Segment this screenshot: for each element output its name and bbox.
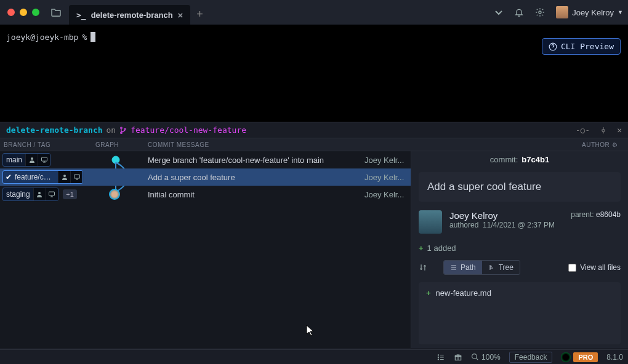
- added-count: 1 added: [427, 243, 456, 253]
- new-tab-button[interactable]: +: [196, 8, 203, 21]
- monitor-icon: [38, 154, 50, 166]
- author-name: Joey Kelroy: [449, 210, 563, 221]
- repo-bar: delete-remote-branch on feature/cool-new…: [0, 122, 628, 138]
- file-row[interactable]: + new-feature.md: [426, 288, 613, 298]
- window-controls: [7, 9, 39, 16]
- cli-preview-label: CLI Preview: [561, 42, 614, 51]
- check-icon: ✔: [3, 173, 12, 181]
- list-icon: [450, 264, 457, 271]
- svg-point-8: [63, 175, 66, 177]
- close-tab-icon[interactable]: ×: [178, 10, 183, 20]
- feedback-label: Feedback: [515, 353, 547, 362]
- path-label: Path: [461, 263, 476, 272]
- tree-view-button[interactable]: Tree: [482, 261, 520, 274]
- version-label[interactable]: 8.1.0: [606, 353, 623, 362]
- header-branch[interactable]: BRANCH / TAG: [0, 141, 89, 148]
- monitor-icon: [70, 171, 83, 183]
- folder-icon[interactable]: [50, 8, 62, 17]
- caret-down-icon: ▼: [618, 9, 623, 15]
- svg-point-12: [438, 354, 438, 355]
- commit-row[interactable]: staging +1 Initial commit Joey Kelr...: [0, 186, 411, 203]
- path-view-button[interactable]: Path: [444, 261, 482, 274]
- sort-icon[interactable]: [419, 263, 427, 272]
- feedback-button[interactable]: Feedback: [509, 352, 553, 363]
- svg-rect-7: [41, 157, 47, 161]
- maximize-window-icon[interactable]: [32, 9, 39, 16]
- bell-icon[interactable]: [514, 7, 524, 17]
- prompt-sep: %: [82, 33, 87, 42]
- svg-point-14: [438, 358, 438, 359]
- user-name-label: Joey Kelroy: [572, 8, 614, 17]
- avatar-icon: [25, 154, 38, 166]
- gear-icon[interactable]: [535, 7, 545, 17]
- header-graph[interactable]: GRAPH: [89, 141, 142, 148]
- cli-preview-button[interactable]: CLI Preview: [542, 38, 621, 55]
- svg-point-0: [539, 11, 541, 14]
- pin-icon[interactable]: [600, 127, 607, 134]
- monitor-icon: [46, 188, 58, 200]
- commit-author: Joey Kelr...: [364, 190, 411, 199]
- view-all-files-toggle[interactable]: View all files: [568, 263, 621, 272]
- svg-point-2: [121, 127, 123, 129]
- search-icon: [471, 353, 479, 361]
- commit-message: Merge branch 'feature/cool-new-feature' …: [142, 156, 364, 165]
- view-all-label: View all files: [580, 263, 621, 272]
- checkbox[interactable]: [568, 264, 576, 272]
- view-toggle: Path Tree: [443, 260, 520, 275]
- avatar: [556, 6, 568, 18]
- commit-label: commit:: [490, 155, 518, 164]
- branch-label: feature/cool...: [12, 173, 58, 181]
- branch-label: main: [3, 156, 25, 164]
- chevron-down-icon[interactable]: [494, 8, 503, 17]
- repo-name: delete-remote-branch: [6, 125, 103, 135]
- author-avatar: [419, 210, 442, 234]
- file-toolbar: Path Tree View all files: [411, 256, 628, 279]
- help-icon: [549, 42, 557, 51]
- status-bar: 100% Feedback PRO 8.1.0: [0, 349, 628, 364]
- list-icon[interactable]: [437, 353, 445, 362]
- title-bar: >_ delete-remote-branch × + Joey Kelroy …: [0, 0, 628, 25]
- branch-label: staging: [3, 190, 33, 199]
- header-author[interactable]: AUTHOR ⚙: [582, 141, 628, 148]
- svg-point-4: [124, 128, 126, 130]
- commit-message: Add a super cool feature: [142, 173, 364, 182]
- commit-graph-pane: main Merge branch 'feature/cool-new-feat…: [0, 151, 411, 348]
- file-list: + new-feature.md: [419, 282, 621, 344]
- svg-rect-11: [49, 192, 55, 196]
- pro-badge: PRO: [573, 352, 598, 362]
- terminal-panel[interactable]: joeyk@joeyk-mbp % CLI Preview: [0, 25, 628, 122]
- commit-author: Joey Kelr...: [364, 156, 411, 165]
- branch-pill-feature[interactable]: ✔ feature/cool...: [2, 170, 83, 184]
- svg-point-16: [472, 354, 477, 359]
- svg-point-10: [38, 192, 41, 194]
- commit-message: Initial commit: [142, 190, 364, 199]
- commit-title-input[interactable]: Add a super cool feature: [419, 172, 621, 202]
- author-date: authored 11/4/2021 @ 2:37 PM: [449, 221, 563, 229]
- parent-commit[interactable]: parent: e8604b: [571, 210, 621, 234]
- minimize-window-icon[interactable]: [20, 9, 27, 16]
- branch-name: feature/cool-new-feature: [131, 125, 246, 135]
- file-name: new-feature.md: [436, 288, 491, 298]
- pro-icon: [561, 352, 571, 362]
- commit-author: Joey Kelr...: [364, 173, 411, 182]
- header-message[interactable]: COMMIT MESSAGE: [142, 141, 582, 148]
- branch-pill-main[interactable]: main: [2, 153, 50, 167]
- close-window-icon[interactable]: [7, 9, 15, 16]
- target-icon[interactable]: -○-: [576, 125, 590, 135]
- commit-row[interactable]: ✔ feature/cool... Add a super cool featu…: [0, 168, 411, 186]
- svg-point-3: [121, 132, 123, 133]
- zoom-control[interactable]: 100%: [471, 353, 501, 362]
- close-panel-icon[interactable]: ✕: [617, 125, 622, 135]
- commit-hash-row: commit: b7c4b1: [411, 151, 628, 167]
- terminal-prompt: joeyk@joeyk-mbp %: [6, 32, 622, 42]
- branch-extra-badge[interactable]: +1: [63, 189, 77, 199]
- branch-pill-staging[interactable]: staging: [2, 188, 58, 201]
- commit-details-pane: commit: b7c4b1 Add a super cool feature …: [411, 151, 628, 348]
- user-menu[interactable]: Joey Kelroy ▼: [556, 6, 623, 18]
- tab-terminal[interactable]: >_ delete-remote-branch ×: [69, 5, 190, 25]
- gift-icon[interactable]: [454, 353, 462, 362]
- pro-badge-group[interactable]: PRO: [561, 352, 598, 362]
- commit-row[interactable]: main Merge branch 'feature/cool-new-feat…: [0, 151, 411, 168]
- commit-hash[interactable]: b7c4b1: [521, 155, 549, 164]
- tab-title: delete-remote-branch: [91, 10, 173, 20]
